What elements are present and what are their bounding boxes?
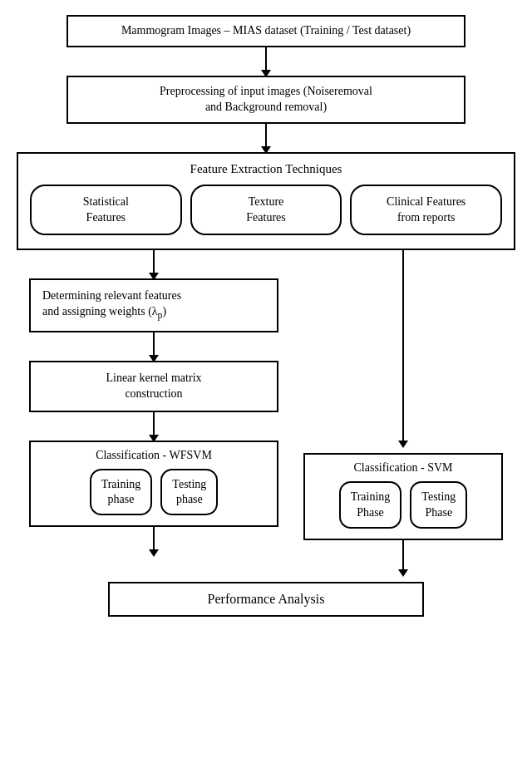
preprocessing-box: Preprocessing of input images (Noiseremo… — [66, 76, 466, 124]
performance-analysis-label: Performance Analysis — [208, 592, 325, 606]
statistical-features-label: StatisticalFeatures — [83, 195, 129, 224]
classification-wfsvm-title: Classification - WFSVM — [39, 449, 268, 462]
training-phase-wfsvm-box: Trainingphase — [90, 469, 153, 515]
mammogram-box: Mammogram Images – MIAS dataset (Trainin… — [66, 15, 466, 47]
flowchart-diagram: Mammogram Images – MIAS dataset (Trainin… — [8, 15, 524, 617]
clinical-features-label: Clinical Featuresfrom reports — [387, 195, 466, 224]
mammogram-label: Mammogram Images – MIAS dataset (Trainin… — [121, 24, 411, 37]
texture-features-label: TextureFeatures — [246, 195, 285, 224]
wfsvm-inner-row: Trainingphase Testingphase — [39, 469, 268, 515]
arrow-1 — [265, 47, 267, 71]
clinical-features-box: Clinical Featuresfrom reports — [350, 185, 502, 236]
split-right: Classification - SVM TrainingPhase Testi… — [291, 250, 515, 569]
statistical-features-box: StatisticalFeatures — [30, 185, 182, 236]
performance-analysis-box: Performance Analysis — [108, 582, 424, 617]
training-phase-svm-box: TrainingPhase — [339, 481, 402, 528]
training-phase-wfsvm-label: Trainingphase — [101, 478, 141, 505]
linear-kernel-label: Linear kernel matrixconstruction — [106, 372, 201, 400]
training-phase-svm-label: TrainingPhase — [351, 490, 391, 518]
texture-features-box: TextureFeatures — [190, 185, 342, 236]
feature-extraction-title: Feature Extraction Techniques — [30, 162, 502, 176]
testing-phase-wfsvm-label: Testingphase — [172, 478, 206, 505]
split-wrapper: Determining relevant featuresand assigni… — [17, 250, 515, 569]
testing-phase-svm-label: TestingPhase — [421, 490, 456, 518]
determining-features-box: Determining relevant featuresand assigni… — [29, 278, 278, 332]
svm-inner-row: TrainingPhase TestingPhase — [313, 481, 493, 528]
split-left: Determining relevant featuresand assigni… — [17, 250, 291, 569]
classification-svm-box: Classification - SVM TrainingPhase Testi… — [303, 453, 503, 539]
features-row: StatisticalFeatures TextureFeatures Clin… — [30, 185, 502, 236]
preprocessing-label: Preprocessing of input images (Noiseremo… — [160, 85, 372, 113]
testing-phase-svm-box: TestingPhase — [410, 481, 467, 528]
feature-extraction-box: Feature Extraction Techniques Statistica… — [17, 152, 515, 251]
classification-wfsvm-box: Classification - WFSVM Trainingphase Tes… — [29, 441, 278, 527]
linear-kernel-box: Linear kernel matrixconstruction — [29, 361, 278, 412]
classification-svm-title: Classification - SVM — [313, 461, 493, 475]
testing-phase-wfsvm-box: Testingphase — [160, 469, 218, 515]
determining-features-label: Determining relevant featuresand assigni… — [42, 289, 181, 318]
arrow-2 — [265, 124, 267, 147]
